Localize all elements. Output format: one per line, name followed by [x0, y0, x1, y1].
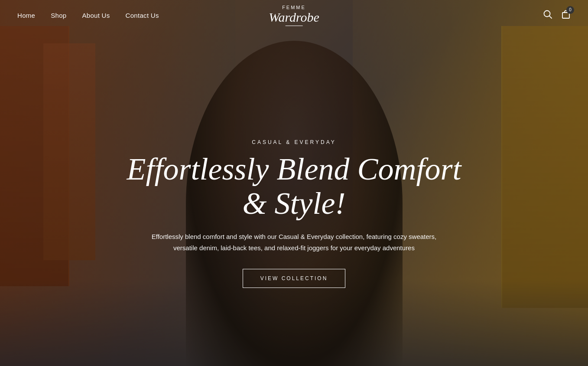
- svg-line-1: [549, 16, 552, 18]
- nav-contact[interactable]: Contact Us: [126, 12, 159, 19]
- search-icon[interactable]: [543, 10, 552, 21]
- brand-name-bottom: Wardrobe: [269, 11, 319, 24]
- logo-divider: [286, 26, 303, 26]
- nav-icons-right: 0: [543, 10, 571, 21]
- navbar: Home Shop About Us Contact Us FEMME Ward…: [0, 0, 588, 30]
- brand-name-top: FEMME: [269, 5, 319, 10]
- hero-headline: Effortlessly Blend Comfort & Style!: [125, 152, 463, 221]
- hero-section: Home Shop About Us Contact Us FEMME Ward…: [0, 0, 588, 366]
- nav-about[interactable]: About Us: [82, 12, 110, 19]
- view-collection-button[interactable]: VIEW COLLECTION: [243, 269, 346, 288]
- brand-logo[interactable]: FEMME Wardrobe: [269, 5, 319, 26]
- nav-shop[interactable]: Shop: [51, 12, 66, 19]
- cart-badge-count: 0: [566, 6, 574, 14]
- cart-icon[interactable]: 0: [561, 10, 571, 21]
- nav-links-left: Home Shop About Us Contact Us: [17, 12, 159, 19]
- nav-home[interactable]: Home: [17, 12, 35, 19]
- hero-eyebrow: CASUAL & EVERYDAY: [125, 139, 463, 145]
- hero-description: Effortlessly blend comfort and style wit…: [143, 231, 446, 253]
- hero-content: CASUAL & EVERYDAY Effortlessly Blend Com…: [125, 139, 463, 288]
